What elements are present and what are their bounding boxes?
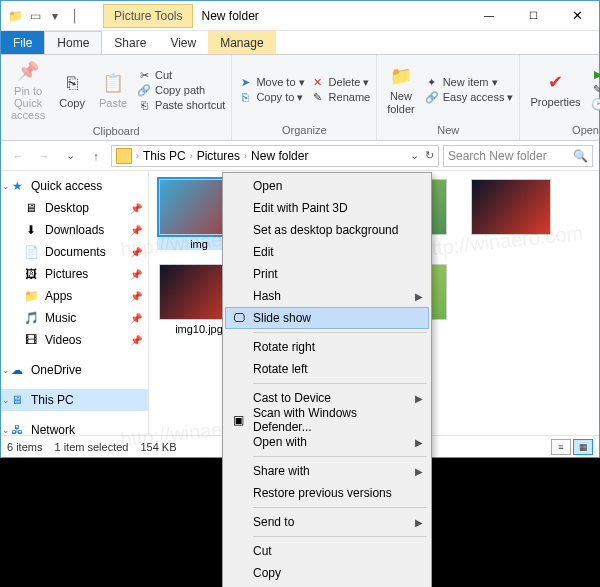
tab-share[interactable]: Share (102, 31, 158, 54)
easy-access-button[interactable]: 🔗Easy access ▾ (425, 90, 514, 104)
nav-quick-access[interactable]: ★Quick access (1, 175, 148, 197)
menu-item-hash[interactable]: Hash▶ (225, 285, 429, 307)
nav-network[interactable]: 🖧Network (1, 419, 148, 435)
open-button[interactable]: ▶Open ▾ (591, 68, 600, 82)
menu-item-edit[interactable]: Edit (225, 241, 429, 263)
nav-item-icon: 📄 (23, 244, 39, 260)
menu-item-cut[interactable]: Cut (225, 540, 429, 562)
menu-item-open-with[interactable]: Open with▶ (225, 431, 429, 453)
tab-home[interactable]: Home (44, 31, 102, 54)
move-to-button[interactable]: ➤Move to ▾ (238, 75, 304, 89)
chevron-right-icon[interactable]: › (190, 151, 193, 161)
qat-dropdown-icon[interactable]: ▾ (47, 8, 63, 24)
close-button[interactable]: ✕ (555, 2, 599, 30)
search-input[interactable]: Search New folder 🔍 (443, 145, 593, 167)
view-thumbnails[interactable]: ▦ (573, 439, 593, 455)
tab-file[interactable]: File (1, 31, 44, 54)
copy-to-button[interactable]: ⎘Copy to ▾ (238, 90, 304, 104)
tab-view[interactable]: View (158, 31, 208, 54)
menu-item-label: Edit (253, 245, 274, 259)
menu-item-print[interactable]: Print (225, 263, 429, 285)
nav-item-icon: 🖥 (23, 200, 39, 216)
back-button[interactable]: ← (7, 145, 29, 167)
menu-item-share-with[interactable]: Share with▶ (225, 460, 429, 482)
tab-manage[interactable]: Manage (208, 31, 275, 54)
forward-button[interactable]: → (33, 145, 55, 167)
props-icon: ✔ (544, 70, 568, 94)
menu-item-label: Set as desktop background (253, 223, 398, 237)
chevron-right-icon[interactable]: › (136, 151, 139, 161)
newfolder-icon: 📁 (389, 64, 413, 88)
group-label: Organize (238, 122, 370, 138)
menu-item-label: Print (253, 267, 278, 281)
menu-item-scan-with-windows-defender-[interactable]: ▣Scan with Windows Defender... (225, 409, 429, 431)
menubar: File Home Share View Manage (1, 31, 599, 55)
crumb-pictures[interactable]: Pictures (197, 149, 240, 163)
delete-button[interactable]: ✕Delete ▾ (311, 75, 371, 89)
folder-icon (116, 148, 132, 164)
maximize-button[interactable]: ☐ (511, 2, 555, 30)
menu-item-copy[interactable]: Copy (225, 562, 429, 584)
menu-item-set-as-desktop-background[interactable]: Set as desktop background (225, 219, 429, 241)
rename-button[interactable]: ✎Rename (311, 90, 371, 104)
new-item-button[interactable]: ✦New item ▾ (425, 75, 514, 89)
menu-item-send-to[interactable]: Send to▶ (225, 511, 429, 533)
pin-button[interactable]: 📌Pin to Quick access (7, 57, 49, 123)
menu-item-edit-with-paint-3d[interactable]: Edit with Paint 3D (225, 197, 429, 219)
nav-item-icon: 🖼 (23, 266, 39, 282)
menu-item-slide-show[interactable]: 🖵Slide show (225, 307, 429, 329)
ribbon: 📌Pin to Quick access ⎘Copy 📋Paste ✂Cut 🔗… (1, 55, 599, 141)
address-bar: ← → ⌄ ↑ › This PC › Pictures › New folde… (1, 141, 599, 171)
menu-separator (253, 332, 427, 333)
pin-icon: 📌 (130, 291, 142, 302)
edit-button[interactable]: ✎Edit (591, 83, 600, 97)
chevron-right-icon[interactable]: › (244, 151, 247, 161)
sidebar-item-videos[interactable]: 🎞Videos📌 (1, 329, 148, 351)
file-thumbnail[interactable] (469, 179, 553, 250)
menu-item-restore-previous-versions[interactable]: Restore previous versions (225, 482, 429, 504)
menu-item-open[interactable]: Open (225, 175, 429, 197)
sidebar-item-desktop[interactable]: 🖥Desktop📌 (1, 197, 148, 219)
menu-item-label: Cut (253, 544, 272, 558)
menu-item-label: Rotate right (253, 340, 315, 354)
menu-item-rotate-left[interactable]: Rotate left (225, 358, 429, 380)
addr-dropdown[interactable]: ⌄ (410, 149, 419, 162)
sidebar-item-music[interactable]: 🎵Music📌 (1, 307, 148, 329)
status-size: 154 KB (140, 441, 176, 453)
nav-this-pc[interactable]: 🖥This PC (1, 389, 148, 411)
nav-item-icon: ⬇ (23, 222, 39, 238)
menu-item-rotate-right[interactable]: Rotate right (225, 336, 429, 358)
nav-onedrive[interactable]: ☁OneDrive (1, 359, 148, 381)
paste-shortcut-button[interactable]: ⎗Paste shortcut (137, 98, 225, 112)
breadcrumb[interactable]: › This PC › Pictures › New folder ⌄ ↻ (111, 145, 439, 167)
up-button[interactable]: ↑ (85, 145, 107, 167)
paste-button[interactable]: 📋Paste (95, 57, 131, 123)
cut-button[interactable]: ✂Cut (137, 68, 225, 82)
recent-locations[interactable]: ⌄ (59, 145, 81, 167)
group-label: Clipboard (7, 123, 225, 139)
ribbon-group-open: ✔Properties ▶Open ▾ ✎Edit 🕑History Open (520, 55, 600, 140)
contextual-tab: Picture Tools (103, 4, 193, 28)
file-label: img10.jpg (175, 323, 223, 335)
crumb-newfolder[interactable]: New folder (251, 149, 308, 163)
menu-item-label: Scan with Windows Defender... (253, 406, 409, 434)
copy-button[interactable]: ⎘Copy (55, 57, 89, 123)
crumb-thispc[interactable]: This PC (143, 149, 186, 163)
sidebar-item-downloads[interactable]: ⬇Downloads📌 (1, 219, 148, 241)
star-icon: ★ (9, 178, 25, 194)
menu-item-label: Hash (253, 289, 281, 303)
properties-icon[interactable]: ▭ (27, 8, 43, 24)
sidebar-item-pictures[interactable]: 🖼Pictures📌 (1, 263, 148, 285)
minimize-button[interactable]: — (467, 2, 511, 30)
history-button[interactable]: 🕑History (591, 98, 600, 112)
history-icon: 🕑 (591, 98, 600, 112)
sidebar-item-apps[interactable]: 📁Apps📌 (1, 285, 148, 307)
new-folder-button[interactable]: 📁New folder (383, 57, 419, 122)
edit-icon: ✎ (591, 83, 600, 97)
refresh-button[interactable]: ↻ (425, 149, 434, 162)
menu-item-icon: ▣ (229, 411, 247, 429)
properties-button[interactable]: ✔Properties (526, 57, 584, 122)
sidebar-item-documents[interactable]: 📄Documents📌 (1, 241, 148, 263)
view-details[interactable]: ≡ (551, 439, 571, 455)
copy-path-button[interactable]: 🔗Copy path (137, 83, 225, 97)
